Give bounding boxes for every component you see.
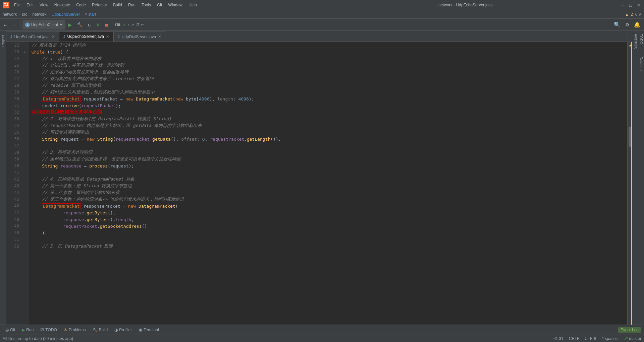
terminal-bottom-btn[interactable]: ▣ Terminal xyxy=(136,327,161,333)
forward-btn[interactable]: → xyxy=(10,20,18,29)
ln-37: 37 xyxy=(6,142,22,149)
reload-button[interactable]: ↻ xyxy=(85,20,93,29)
git-push[interactable]: ↗ xyxy=(131,22,134,27)
breadcrumb-src[interactable]: src xyxy=(22,12,27,17)
cursor-position[interactable]: 61:31 xyxy=(553,336,564,341)
code-content[interactable]: // 服务器是 7*24 运行的 while ( true ) { // 1. … xyxy=(29,42,627,325)
breadcrumb-network2[interactable]: network xyxy=(33,12,47,17)
ln-42: 42 xyxy=(6,176,22,183)
scrollbar-thumb[interactable] xyxy=(629,127,631,147)
profiler-bottom-icon: ◑ xyxy=(114,328,118,332)
notifications-button[interactable]: 🔔 xyxy=(632,20,643,29)
todo-panel-label[interactable]: TODO xyxy=(639,31,643,47)
tabs-more[interactable]: ⋮ xyxy=(622,31,632,42)
event-log-button[interactable]: Event Log xyxy=(618,327,641,333)
tab-udp-dict-server[interactable]: J UdpDictServer.java ✕ xyxy=(113,31,165,42)
run-button[interactable]: ▶ xyxy=(66,20,74,29)
collapse-icon[interactable]: ∨ xyxy=(639,12,641,17)
code-line-38: // 3. 根据请求处理响应 xyxy=(32,149,625,156)
code-line-51 xyxy=(32,236,625,243)
project-panel-label[interactable]: Project xyxy=(1,32,5,49)
datagram-packet-box-2: DatagramPacket xyxy=(42,203,81,209)
breadcrumb-method[interactable]: start xyxy=(88,12,96,17)
gutter-49 xyxy=(22,223,29,229)
git-checkmark[interactable]: ✓ xyxy=(123,22,126,27)
menu-edit[interactable]: Edit xyxy=(24,2,36,8)
coverage-button[interactable]: ⊕ xyxy=(94,20,102,29)
todo-bottom-btn[interactable]: ☑ TODO xyxy=(38,327,59,333)
git-bottom-icon: ◎ xyxy=(5,328,9,332)
tab-udp-echo-client[interactable]: J UdpEchoClient.java ✕ xyxy=(6,31,59,42)
menu-file[interactable]: File xyxy=(11,2,23,8)
gutter-22 xyxy=(22,42,29,49)
tab-udp-echo-server[interactable]: J UdpEchoServer.java ✕ xyxy=(59,31,113,42)
tab-label-3: UdpDictServer.java xyxy=(122,35,156,39)
gutter-46 xyxy=(22,203,29,209)
run-config-selector[interactable]: J UdpEchoClient ▼ xyxy=(22,20,65,29)
profiler-bottom-btn[interactable]: ◑ Profiler xyxy=(112,327,135,333)
line-ending[interactable]: CRLF xyxy=(569,336,579,341)
menu-code[interactable]: Code xyxy=(73,2,89,8)
gutter-36 xyxy=(22,136,29,142)
tab-label-2: UdpEchoServer.java xyxy=(67,34,104,39)
menu-navigate[interactable]: Navigate xyxy=(52,2,73,8)
code-line-44: // 第二个参数：返回的字节数组的长度 xyxy=(32,189,625,196)
git-history[interactable]: ⏱ xyxy=(136,22,140,27)
breadcrumb: network › src › network › UdpEchoServer … xyxy=(0,10,644,19)
gutter-37 xyxy=(22,142,29,149)
git-update[interactable]: ↑ xyxy=(127,22,129,27)
settings-button[interactable]: ⚙ xyxy=(623,20,631,29)
ln-34: 34 xyxy=(6,122,22,129)
gutter-48 xyxy=(22,216,29,223)
code-line-43: // 第一个参数：把 String 转换成字节数组 xyxy=(32,183,625,189)
menu-run[interactable]: Run xyxy=(125,2,138,8)
menu-build[interactable]: Build xyxy=(110,2,125,8)
search-button[interactable]: 🔍 xyxy=(612,20,623,29)
menu-git[interactable]: Git xyxy=(154,2,165,8)
encoding[interactable]: UTF-8 xyxy=(585,336,596,341)
problems-bottom-label: Problems xyxy=(69,328,86,332)
stop-button[interactable]: ■ xyxy=(103,20,111,29)
breadcrumb-class[interactable]: UdpEchoServer xyxy=(52,12,80,17)
build-bottom-btn[interactable]: 🔨 Build xyxy=(90,327,111,333)
problems-bottom-btn[interactable]: ⚠ Problems xyxy=(61,327,89,333)
back-btn[interactable]: ← xyxy=(1,20,9,29)
indent-setting[interactable]: 4 spaces xyxy=(601,336,618,341)
run-bottom-btn[interactable]: ▶ Run xyxy=(19,327,36,333)
minimize-button[interactable]: ─ xyxy=(620,2,625,8)
gutter-23[interactable]: ▷ xyxy=(22,49,29,55)
toolbar-area: network › src › network › UdpEchoServer … xyxy=(0,10,644,31)
gutter-42 xyxy=(22,176,29,183)
git-bottom-btn[interactable]: ◎ Git xyxy=(3,327,18,333)
tab-close-3[interactable]: ✕ xyxy=(158,35,161,39)
git-undo[interactable]: ↩ xyxy=(141,22,144,27)
structure-label[interactable]: Structure xyxy=(633,31,637,52)
problems-bottom-icon: ⚠ xyxy=(64,328,67,332)
code-line-40: String response = process ( request ); xyxy=(32,162,625,169)
database-panel-label[interactable]: Database xyxy=(639,54,643,75)
close-button[interactable]: ✕ xyxy=(636,2,641,8)
maximize-button[interactable]: □ xyxy=(628,2,633,8)
code-line-27: // 直到真的有客户端的请求过来了，receive 才会返回 xyxy=(32,75,625,82)
scrollbar[interactable]: ▲ xyxy=(627,42,632,325)
tab-close-1[interactable]: ✕ xyxy=(52,35,55,39)
build-button[interactable]: 🔨 xyxy=(75,20,85,29)
menu-view[interactable]: View xyxy=(37,2,51,8)
menu-tools[interactable]: Tools xyxy=(139,2,154,8)
git-branch-name[interactable]: master xyxy=(629,336,641,341)
gutter-50 xyxy=(22,229,29,236)
menu-window[interactable]: Window xyxy=(165,2,185,8)
gutter-39 xyxy=(22,156,29,162)
breadcrumb-network[interactable]: network xyxy=(3,12,17,17)
gutter-35 xyxy=(22,129,29,136)
main-area: Project J UdpEchoClient.java ✕ J UdpEcho… xyxy=(0,31,644,325)
left-sidebar: Project xyxy=(0,31,6,325)
menu-help[interactable]: Help xyxy=(186,2,200,8)
tab-close-2[interactable]: ✕ xyxy=(106,35,109,39)
ln-44: 44 xyxy=(6,189,22,196)
code-line-32: 收和发都是以数据报为基本单位的 xyxy=(32,109,625,116)
run-bottom-icon: ▶ xyxy=(22,328,25,332)
expand-icon[interactable]: ∧ xyxy=(634,12,637,17)
tabs-bar: J UdpEchoClient.java ✕ J UdpEchoServer.j… xyxy=(6,31,632,42)
menu-refactor[interactable]: Refactor xyxy=(89,2,110,8)
